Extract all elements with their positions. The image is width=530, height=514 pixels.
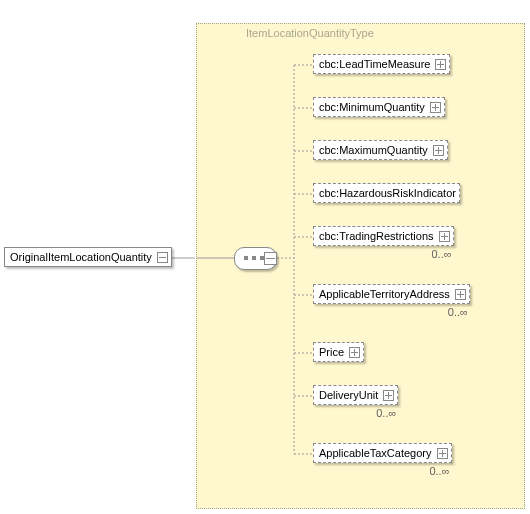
occurrence-label: 0..∞: [429, 465, 449, 477]
occurrence-label: 0..∞: [376, 407, 396, 419]
sequence-compositor[interactable]: [234, 247, 277, 270]
child-element-label: DeliveryUnit: [319, 389, 378, 401]
collapse-icon[interactable]: [264, 252, 277, 265]
child-element-label: ApplicableTerritoryAddress: [319, 288, 450, 300]
child-element-label: cbc:HazardousRiskIndicator: [319, 187, 456, 199]
child-element-node[interactable]: DeliveryUnit: [313, 385, 398, 405]
type-name-label: ItemLocationQuantityType: [246, 27, 374, 39]
child-element-label: cbc:MinimumQuantity: [319, 101, 425, 113]
child-element-label: ApplicableTaxCategory: [319, 447, 432, 459]
expand-icon[interactable]: [437, 448, 448, 459]
child-element-label: cbc:LeadTimeMeasure: [319, 58, 430, 70]
child-element-label: cbc:TradingRestrictions: [319, 230, 434, 242]
expand-icon[interactable]: [435, 59, 446, 70]
child-element-node[interactable]: ApplicableTerritoryAddress: [313, 284, 470, 304]
occurrence-label: 0..∞: [431, 248, 451, 260]
child-element-node[interactable]: cbc:MaximumQuantity: [313, 140, 448, 160]
child-element-node[interactable]: cbc:LeadTimeMeasure: [313, 54, 450, 74]
child-element-label: cbc:MaximumQuantity: [319, 144, 428, 156]
child-element-node[interactable]: ApplicableTaxCategory: [313, 443, 452, 463]
child-element-node[interactable]: cbc:MinimumQuantity: [313, 97, 445, 117]
root-element-node[interactable]: OriginalItemLocationQuantity: [4, 247, 172, 267]
root-element-label: OriginalItemLocationQuantity: [10, 251, 152, 263]
child-element-label: Price: [319, 346, 344, 358]
child-element-node[interactable]: cbc:TradingRestrictions: [313, 226, 454, 246]
expand-icon[interactable]: [383, 390, 394, 401]
collapse-icon[interactable]: [157, 252, 168, 263]
expand-icon[interactable]: [430, 102, 441, 113]
child-element-node[interactable]: cbc:HazardousRiskIndicator: [313, 183, 460, 203]
expand-icon[interactable]: [439, 231, 450, 242]
expand-icon[interactable]: [349, 347, 360, 358]
child-element-node[interactable]: Price: [313, 342, 364, 362]
expand-icon[interactable]: [433, 145, 444, 156]
expand-icon[interactable]: [455, 289, 466, 300]
occurrence-label: 0..∞: [448, 306, 468, 318]
